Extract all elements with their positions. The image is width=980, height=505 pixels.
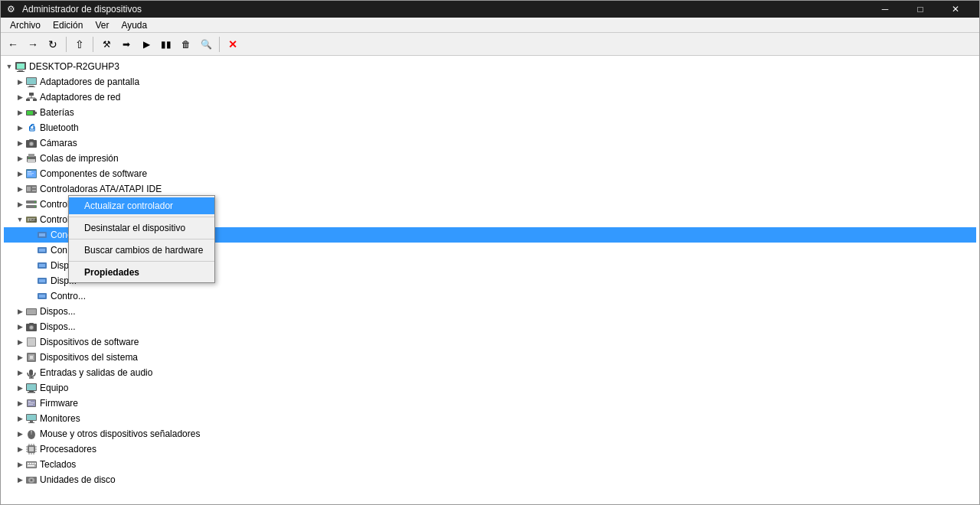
svg-point-21	[30, 142, 33, 145]
expand-teclados[interactable]: ▶	[15, 459, 25, 470]
tree-item-ata[interactable]: ▶ Controladoras ATA/ATAPI IDE	[4, 181, 976, 197]
expand-equipo[interactable]: ▶	[15, 383, 25, 393]
tree-item-equipo[interactable]: ▶ Equipo	[4, 380, 976, 396]
minimize-button[interactable]: ─	[867, 1, 903, 18]
expand-monitores[interactable]: ▶	[15, 413, 25, 424]
mouse-icon	[25, 428, 38, 440]
svg-rect-8	[29, 93, 34, 96]
expand-audio[interactable]: ▶	[15, 367, 25, 378]
expand-dispositivos-sistema[interactable]: ▶	[15, 352, 25, 363]
menu-ayuda[interactable]: Ayuda	[115, 18, 153, 32]
expand-baterias[interactable]: ▶	[15, 107, 25, 118]
disk-icon	[25, 474, 38, 486]
toolbar-properties[interactable]: ⚒	[97, 35, 116, 54]
tree-item-bluetooth[interactable]: ▶ ⎙ Bluetooth	[4, 120, 976, 135]
svg-rect-100	[30, 463, 31, 464]
expand-bus[interactable]: ▼	[15, 214, 25, 225]
tree-item-audio[interactable]: ▶ Entradas y salidas de audio	[4, 365, 976, 380]
tree-item-firmware[interactable]: ▶ Firmware	[4, 396, 976, 411]
tree-item-colas-impresion[interactable]: ▶ Colas de impresión	[4, 151, 976, 166]
toolbar-back[interactable]: ←	[4, 35, 22, 54]
tree-item-mouse[interactable]: ▶ Mouse y otros dispositivos señaladores	[4, 426, 976, 441]
svg-point-57	[30, 326, 33, 329]
svg-rect-102	[34, 463, 36, 464]
expand-disp1: ▶	[25, 260, 36, 271]
expand-almacenamiento[interactable]: ▶	[15, 199, 25, 210]
svg-rect-34	[32, 187, 36, 188]
svg-point-38	[34, 201, 36, 203]
tree-item-baterias[interactable]: ▶ Baterías	[4, 105, 976, 120]
monitor-icon-2	[25, 412, 38, 425]
svg-rect-58	[29, 323, 34, 324]
maximize-button[interactable]: □	[903, 1, 938, 18]
menu-ver[interactable]: Ver	[89, 18, 115, 32]
toolbar-up[interactable]: ⇧	[70, 35, 89, 54]
label-adaptadores-pantalla: Adaptadores de pantalla	[40, 75, 139, 89]
expand-componentes[interactable]: ▶	[15, 168, 25, 179]
title-bar-controls: ─ □ ✕	[867, 1, 973, 18]
menu-edicion[interactable]: Edición	[47, 18, 89, 32]
tree-item-dispositivos-software[interactable]: ▶ Dispositivos de software	[4, 334, 976, 350]
expand-adaptadores-red[interactable]: ▶	[15, 92, 25, 103]
expand-dispositivos-software[interactable]: ▶	[15, 337, 25, 347]
ctx-propiedades[interactable]: Propiedades	[69, 264, 214, 281]
toolbar-update-driver[interactable]: ➡	[117, 35, 136, 54]
tree-root[interactable]: ▼ DESKTOP-R2GUHP3	[4, 59, 976, 74]
expand-procesadores[interactable]: ▶	[15, 444, 25, 454]
expand-dispos-entradas[interactable]: ▶	[15, 306, 25, 317]
toolbar-separator-2	[93, 37, 93, 52]
tree-item-adaptadores-red[interactable]: ▶ Adaptadores de red	[4, 90, 976, 105]
tree-item-componentes[interactable]: ▶ Componentes de software	[4, 166, 976, 181]
tree-item-dispos-imagen[interactable]: ▶ Dispos...	[4, 319, 976, 334]
window-icon: ⚙	[7, 4, 18, 15]
expand-firmware[interactable]: ▶	[15, 398, 25, 409]
tree-item-camaras[interactable]: ▶ Cámaras	[4, 135, 976, 151]
svg-rect-74	[28, 402, 34, 403]
expand-mouse[interactable]: ▶	[15, 428, 25, 439]
tree-item-procesadores[interactable]: ▶ Procesadores	[4, 441, 976, 457]
tree-item-adaptadores-pantalla[interactable]: ▶ Adaptadores de pantalla	[4, 74, 976, 90]
usb-device-icon-2	[36, 244, 48, 256]
svg-rect-77	[27, 415, 36, 420]
svg-rect-70	[28, 392, 35, 393]
toolbar-scan[interactable]: 🔍	[197, 35, 215, 54]
svg-point-39	[34, 206, 36, 207]
ctx-buscar[interactable]: Buscar cambios de hardware	[69, 242, 214, 259]
close-button[interactable]: ✕	[938, 1, 973, 18]
toolbar-enable[interactable]: ▶	[137, 35, 155, 54]
expand-adaptadores-pantalla[interactable]: ▶	[15, 77, 25, 87]
toolbar-disable[interactable]: ▮▮	[157, 35, 175, 54]
tree-item-dispos-entradas[interactable]: ▶ Dispos...	[4, 304, 976, 319]
svg-rect-44	[39, 233, 45, 236]
toolbar-x[interactable]: ✕	[224, 35, 242, 54]
label-contro2: Contro...	[51, 289, 86, 303]
menu-archivo[interactable]: Archivo	[4, 18, 47, 32]
tree-item-teclados[interactable]: ▶ Teclados	[4, 457, 976, 472]
root-expand[interactable]: ▼	[4, 61, 15, 72]
tree-item-contro2[interactable]: ▶ Contro...	[4, 288, 976, 304]
tree-item-unidades[interactable]: ▶ Unidades de disco	[4, 472, 976, 487]
toolbar-forward[interactable]: →	[24, 35, 42, 54]
expand-colas[interactable]: ▶	[15, 153, 25, 164]
expand-ata[interactable]: ▶	[15, 184, 25, 194]
label-ata: Controladoras ATA/ATAPI IDE	[40, 182, 162, 196]
expand-camaras[interactable]: ▶	[15, 138, 25, 148]
expand-unidades[interactable]: ▶	[15, 474, 25, 485]
tree-item-monitores[interactable]: ▶ Monitores	[4, 411, 976, 426]
label-dispositivos-sistema: Dispositivos del sistema	[40, 350, 138, 364]
expand-bluetooth[interactable]: ▶	[15, 122, 25, 133]
cpu-icon	[25, 443, 38, 455]
svg-rect-31	[28, 174, 32, 175]
label-dispos-entradas: Dispos...	[40, 305, 76, 318]
tree-item-dispositivos-sistema[interactable]: ▶ Dispositivos del sistema	[4, 350, 976, 365]
ctx-separator-2	[69, 239, 214, 239]
toolbar-uninstall[interactable]: 🗑	[177, 35, 195, 54]
expand-dispos-imagen[interactable]: ▶	[15, 321, 25, 332]
ctx-desinstalar[interactable]: Desinstalar el dispositivo	[69, 220, 214, 236]
ctx-actualizar[interactable]: Actualizar controlador	[69, 197, 214, 214]
svg-rect-73	[28, 401, 31, 402]
toolbar-refresh[interactable]: ↻	[44, 35, 62, 54]
toolbar: ← → ↻ ⇧ ⚒ ➡ ▶ ▮▮ 🗑 🔍 ✕	[1, 33, 979, 56]
svg-rect-22	[29, 139, 34, 141]
svg-text:USB: USB	[29, 218, 38, 223]
